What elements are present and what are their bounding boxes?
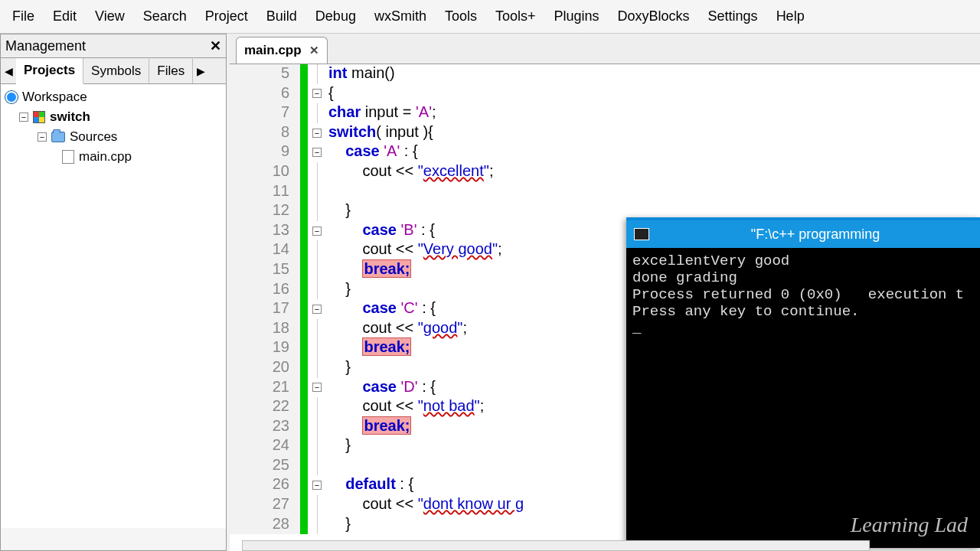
code-text: case 'B' : {: [326, 221, 435, 241]
code-text: switch( input ){: [326, 123, 433, 143]
menu-edit[interactable]: Edit: [44, 4, 86, 29]
tab-projects[interactable]: Projects: [16, 58, 83, 84]
tabs-scroll-left-icon[interactable]: ◀: [1, 65, 16, 77]
tree-label: Sources: [70, 127, 117, 147]
line-number: 24: [230, 436, 300, 456]
menu-search[interactable]: Search: [134, 4, 196, 29]
editor-tab-main[interactable]: main.cpp ✕: [236, 37, 328, 64]
line-number: 17: [230, 299, 300, 319]
tab-files[interactable]: Files: [149, 59, 193, 83]
console-icon: [634, 228, 649, 240]
code-text: char input = 'A';: [326, 103, 436, 123]
console-window[interactable]: "F:\c++ programming excellentVery good d…: [626, 217, 980, 548]
line-number: 14: [230, 240, 300, 260]
line-number: 26: [230, 475, 300, 495]
line-number: 5: [230, 64, 300, 84]
code-text: break;: [326, 260, 411, 280]
fold-box-icon[interactable]: −: [312, 383, 322, 392]
menu-doxyblocks[interactable]: DoxyBlocks: [609, 4, 699, 29]
line-number: 11: [230, 182, 300, 202]
code-text: }: [326, 515, 351, 535]
menu-build[interactable]: Build: [257, 4, 306, 29]
line-number: 20: [230, 358, 300, 378]
code-text: break;: [326, 338, 411, 358]
editor-tabs: main.cpp ✕: [230, 34, 980, 64]
line-number: 10: [230, 162, 300, 182]
file-icon: [62, 150, 74, 164]
fold-box-icon[interactable]: −: [312, 481, 322, 490]
console-title: "F:\c++ programming: [658, 227, 972, 243]
line-number: 28: [230, 515, 300, 535]
line-number: 12: [230, 201, 300, 221]
menu-toolsplus[interactable]: Tools+: [486, 4, 545, 29]
tree-toggle-icon[interactable]: −: [19, 112, 28, 122]
code-text: cout << "Very good";: [326, 240, 502, 260]
code-text: default : {: [326, 475, 413, 495]
menu-debug[interactable]: Debug: [306, 4, 365, 29]
tree-toggle-icon[interactable]: −: [38, 132, 47, 142]
management-title: Management: [5, 38, 86, 54]
fold-box-icon[interactable]: −: [312, 148, 322, 157]
tab-symbols[interactable]: Symbols: [83, 59, 149, 83]
line-number: 21: [230, 378, 300, 398]
tab-close-icon[interactable]: ✕: [309, 44, 319, 57]
tree-label: Workspace: [22, 87, 87, 107]
line-number: 22: [230, 397, 300, 417]
change-marker: [300, 64, 308, 84]
horizontal-scrollbar[interactable]: [242, 540, 870, 551]
code-text: cout << "excellent";: [326, 162, 493, 182]
project-icon: [33, 111, 45, 123]
management-tabs: ◀ Projects Symbols Files ▶: [1, 58, 226, 84]
code-text: }: [326, 436, 351, 456]
tree-sources[interactable]: − Sources: [2, 127, 224, 147]
line-number: 15: [230, 260, 300, 280]
workspace-icon: [5, 91, 18, 103]
menu-view[interactable]: View: [86, 4, 134, 29]
code-text: break;: [326, 417, 411, 437]
tree-file[interactable]: main.cpp: [2, 147, 224, 167]
code-text: [326, 182, 328, 202]
menu-wxsmith[interactable]: wxSmith: [365, 4, 436, 29]
code-text: }: [326, 358, 351, 378]
tree-label: switch: [50, 107, 90, 127]
fold-box-icon[interactable]: −: [312, 89, 322, 98]
code-text: cout << "good";: [326, 319, 467, 339]
menubar: File Edit View Search Project Build Debu…: [0, 0, 980, 34]
line-number: 23: [230, 417, 300, 437]
fold-box-icon[interactable]: −: [312, 305, 322, 314]
code-text: cout << "not bad";: [326, 397, 484, 417]
close-icon[interactable]: ✕: [210, 37, 221, 54]
editor-tab-label: main.cpp: [244, 43, 302, 58]
code-text: }: [326, 280, 351, 300]
line-number: 7: [230, 103, 300, 123]
line-number: 13: [230, 221, 300, 241]
watermark: Learning Lad: [851, 513, 968, 537]
fold-gutter: [308, 64, 326, 84]
line-number: 27: [230, 495, 300, 515]
console-titlebar[interactable]: "F:\c++ programming: [626, 220, 980, 248]
line-number: 6: [230, 84, 300, 104]
code-text: {: [326, 84, 334, 104]
fold-gutter[interactable]: −: [308, 84, 326, 104]
line-number: 19: [230, 338, 300, 358]
fold-box-icon[interactable]: −: [312, 129, 322, 138]
code-text: case 'A' : {: [326, 142, 418, 162]
line-number: 8: [230, 123, 300, 143]
management-panel: Management ✕ ◀ Projects Symbols Files ▶ …: [0, 34, 227, 551]
project-tree[interactable]: Workspace − switch − Sources main.cpp: [1, 84, 226, 528]
code-text: cout << "dont know ur g: [326, 495, 524, 515]
menu-tools[interactable]: Tools: [436, 4, 486, 29]
menu-settings[interactable]: Settings: [699, 4, 767, 29]
tabs-scroll-right-icon[interactable]: ▶: [193, 65, 208, 77]
menu-file[interactable]: File: [3, 4, 44, 29]
fold-box-icon[interactable]: −: [312, 227, 322, 236]
tree-label: main.cpp: [79, 147, 132, 167]
menu-project[interactable]: Project: [196, 4, 257, 29]
tree-workspace[interactable]: Workspace: [2, 87, 224, 107]
menu-plugins[interactable]: Plugins: [545, 4, 609, 29]
code-text: case 'C' : {: [326, 299, 436, 319]
menu-help[interactable]: Help: [767, 4, 814, 29]
line-number: 16: [230, 280, 300, 300]
tree-project[interactable]: − switch: [2, 107, 224, 127]
code-text: [326, 456, 328, 476]
